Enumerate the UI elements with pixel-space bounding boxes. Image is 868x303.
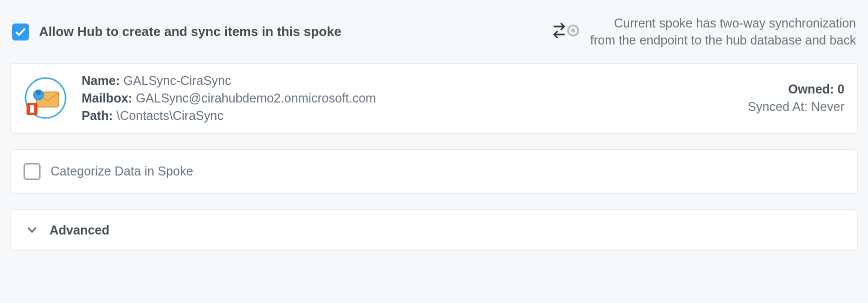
two-way-sync-icon xyxy=(552,20,579,44)
spoke-mailbox-value: GALSync@cirahubdemo2.onmicrosoft.com xyxy=(136,91,376,105)
advanced-label: Advanced xyxy=(50,223,109,238)
spoke-info-right: Owned: 0 Synced At: Never xyxy=(748,82,844,114)
sync-mode-description: Current spoke has two-way synchronizatio… xyxy=(590,15,856,49)
spoke-synced-label: Synced At: xyxy=(748,100,808,114)
categorize-label: Categorize Data in Spoke xyxy=(51,164,193,178)
spoke-name-value: GALSync-CiraSync xyxy=(123,74,231,88)
svg-rect-9 xyxy=(30,105,34,113)
spoke-name-label: Name: xyxy=(82,74,120,88)
svg-point-3 xyxy=(571,28,575,32)
sync-mode-line1: Current spoke has two-way synchronizatio… xyxy=(590,15,856,32)
svg-point-7 xyxy=(36,90,41,95)
advanced-section[interactable]: Advanced xyxy=(10,210,858,251)
spoke-name-row: Name: GALSync-CiraSync xyxy=(82,74,734,88)
spoke-mailbox-label: Mailbox: xyxy=(82,91,132,105)
spoke-owned-row: Owned: 0 xyxy=(748,82,844,96)
sync-mode-indicator: Current spoke has two-way synchronizatio… xyxy=(552,15,856,49)
spoke-info-card: Name: GALSync-CiraSync Mailbox: GALSync@… xyxy=(10,63,858,134)
categorize-checkbox[interactable] xyxy=(24,163,41,180)
check-icon xyxy=(15,26,27,38)
allow-sync-option: Allow Hub to create and sync items in th… xyxy=(12,24,341,40)
spoke-mailbox-row: Mailbox: GALSync@cirahubdemo2.onmicrosof… xyxy=(82,91,734,106)
mailbox-contacts-icon xyxy=(24,76,68,120)
spoke-synced-value: Never xyxy=(811,100,844,114)
sync-mode-line2: from the endpoint to the hub database an… xyxy=(590,32,856,49)
top-row: Allow Hub to create and sync items in th… xyxy=(12,15,856,49)
spoke-settings-panel: Allow Hub to create and sync items in th… xyxy=(0,0,868,277)
spoke-path-row: Path: \Contacts\CiraSync xyxy=(82,108,734,123)
allow-sync-label: Allow Hub to create and sync items in th… xyxy=(39,24,341,40)
spoke-path-label: Path: xyxy=(82,108,113,122)
spoke-info-main: Name: GALSync-CiraSync Mailbox: GALSync@… xyxy=(82,74,734,123)
allow-sync-checkbox[interactable] xyxy=(12,24,29,40)
spoke-owned-label: Owned: xyxy=(788,82,834,96)
categorize-card: Categorize Data in Spoke xyxy=(10,150,858,194)
spoke-owned-value: 0 xyxy=(837,82,844,96)
chevron-down-icon xyxy=(27,224,38,236)
spoke-path-value: \Contacts\CiraSync xyxy=(116,108,223,122)
spoke-synced-row: Synced At: Never xyxy=(748,100,844,114)
